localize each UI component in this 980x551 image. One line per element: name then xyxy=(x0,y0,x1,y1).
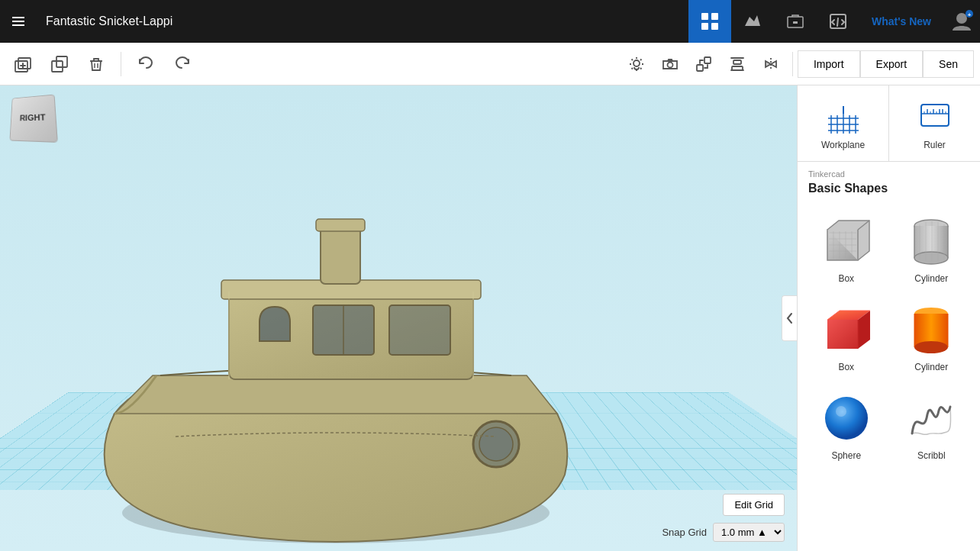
toolbar-separator-1 xyxy=(121,52,121,76)
shape-item-box-gray[interactable]: Box xyxy=(807,208,886,290)
shape-item-scribble[interactable]: Scribbl xyxy=(892,385,972,467)
svg-rect-21 xyxy=(733,60,741,64)
user-avatar[interactable]: + xyxy=(943,0,980,43)
shape-label-cylinder-gray: Cylinder xyxy=(914,273,948,284)
send-button[interactable]: Sen xyxy=(923,50,974,78)
shape-label-cylinder-orange: Cylinder xyxy=(914,362,948,372)
viewport[interactable]: RIGHT Edit Grid Snap Grid 1.0 mm ▲ 0.5 m… xyxy=(0,85,797,551)
svg-rect-8 xyxy=(793,21,798,24)
svg-rect-3 xyxy=(701,13,708,20)
svg-rect-4 xyxy=(711,13,718,20)
collapse-panel-arrow[interactable] xyxy=(782,295,797,341)
edit-grid-button[interactable]: Edit Grid xyxy=(723,494,785,516)
svg-rect-43 xyxy=(921,105,949,126)
shape-label-sphere: Sphere xyxy=(831,450,861,461)
svg-point-32 xyxy=(479,427,513,461)
svg-rect-6 xyxy=(711,23,718,30)
shape-label-box-gray: Box xyxy=(838,273,854,284)
import-button[interactable]: Import xyxy=(798,50,860,78)
boat-model xyxy=(38,124,664,551)
shape-item-sphere[interactable]: Sphere xyxy=(807,385,886,467)
toolbar-right: Import Export Sen xyxy=(620,47,974,81)
svg-rect-15 xyxy=(52,61,63,72)
align-tool[interactable] xyxy=(720,47,754,81)
svg-rect-29 xyxy=(321,223,360,284)
panel-top-icons: Workplane Ruler xyxy=(798,85,980,162)
duplicate-button[interactable] xyxy=(43,47,76,81)
svg-rect-14 xyxy=(18,58,31,69)
app-title: Fantastic Snicket-Lappi xyxy=(37,14,688,28)
main-content: RIGHT Edit Grid Snap Grid 1.0 mm ▲ 0.5 m… xyxy=(0,85,980,551)
shape-item-cylinder-gray[interactable]: Cylinder xyxy=(892,208,972,290)
shapes-category: Tinkercad xyxy=(798,162,980,182)
topbar: Fantastic Snicket-Lappi xyxy=(0,0,980,43)
svg-rect-19 xyxy=(697,65,703,71)
svg-rect-1 xyxy=(12,21,24,22)
svg-rect-5 xyxy=(701,23,708,30)
svg-point-10 xyxy=(956,13,967,24)
view-cube-label: RIGHT xyxy=(9,95,58,143)
shapes-section: Tinkercad Basic Shapes xyxy=(798,162,980,551)
svg-point-79 xyxy=(836,406,846,417)
shape-item-box-red[interactable]: Box xyxy=(807,296,886,379)
shape-label-box-red: Box xyxy=(838,362,854,372)
svg-point-17 xyxy=(633,60,640,66)
svg-point-78 xyxy=(825,397,868,440)
nav-code[interactable] xyxy=(817,0,859,43)
snap-tool[interactable] xyxy=(687,47,720,81)
nav-grid-view[interactable] xyxy=(688,0,731,43)
svg-text:+: + xyxy=(968,11,972,18)
nav-build[interactable] xyxy=(731,0,774,43)
nav-portfolio[interactable] xyxy=(774,0,817,43)
svg-rect-20 xyxy=(704,57,711,63)
workplane-item[interactable]: Workplane xyxy=(798,85,889,161)
delete-button[interactable] xyxy=(79,47,113,81)
toolbar: Import Export Sen xyxy=(0,43,980,85)
svg-rect-28 xyxy=(389,305,450,355)
svg-rect-30 xyxy=(316,219,365,231)
snap-grid-control: Snap Grid 1.0 mm ▲ 0.5 mm 2.0 mm xyxy=(662,523,785,542)
svg-point-75 xyxy=(914,341,948,353)
svg-point-18 xyxy=(667,62,672,67)
svg-rect-22 xyxy=(732,66,743,70)
svg-rect-16 xyxy=(56,56,67,67)
whats-new-button[interactable]: What's New xyxy=(859,15,943,27)
light-tool[interactable] xyxy=(620,47,653,81)
export-button[interactable]: Export xyxy=(860,50,923,78)
shapes-title: Basic Shapes xyxy=(798,182,980,205)
ruler-label: Ruler xyxy=(924,140,946,150)
shape-label-scribble: Scribbl xyxy=(917,450,946,461)
shapes-grid: Box xyxy=(798,205,980,470)
ruler-item[interactable]: Ruler xyxy=(889,85,980,161)
snap-grid-select[interactable]: 1.0 mm ▲ 0.5 mm 2.0 mm xyxy=(713,523,785,542)
nav-icons xyxy=(688,0,859,43)
menu-icon[interactable] xyxy=(0,0,37,43)
mirror-tool[interactable] xyxy=(754,47,788,81)
svg-rect-0 xyxy=(12,17,24,18)
toolbar-separator-2 xyxy=(792,52,793,76)
add-shape-button[interactable] xyxy=(6,47,40,81)
svg-point-64 xyxy=(914,252,948,264)
shape-item-cylinder-orange[interactable]: Cylinder xyxy=(892,296,972,379)
redo-button[interactable] xyxy=(166,47,199,81)
workplane-label: Workplane xyxy=(821,140,865,150)
camera-tool[interactable] xyxy=(653,47,687,81)
svg-rect-2 xyxy=(12,24,24,26)
snap-grid-label: Snap Grid xyxy=(662,527,707,538)
undo-button[interactable] xyxy=(129,47,163,81)
view-cube[interactable]: RIGHT xyxy=(9,95,55,140)
right-panel: Workplane Ruler Tinke xyxy=(797,85,980,551)
